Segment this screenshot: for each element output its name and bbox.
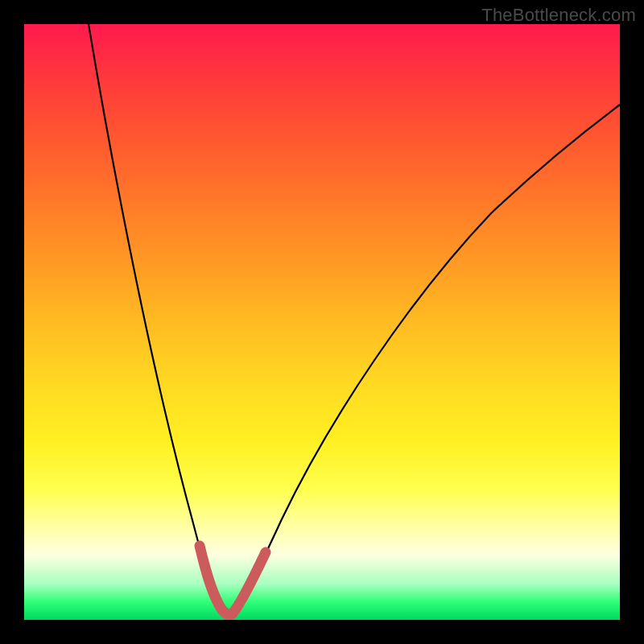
bottleneck-curve	[89, 24, 620, 613]
highlight-band-segment	[200, 546, 266, 614]
plot-area	[24, 24, 620, 620]
watermark: TheBottleneck.com	[481, 5, 636, 26]
curve-layer	[24, 24, 620, 620]
chart-container: TheBottleneck.com	[0, 0, 644, 644]
